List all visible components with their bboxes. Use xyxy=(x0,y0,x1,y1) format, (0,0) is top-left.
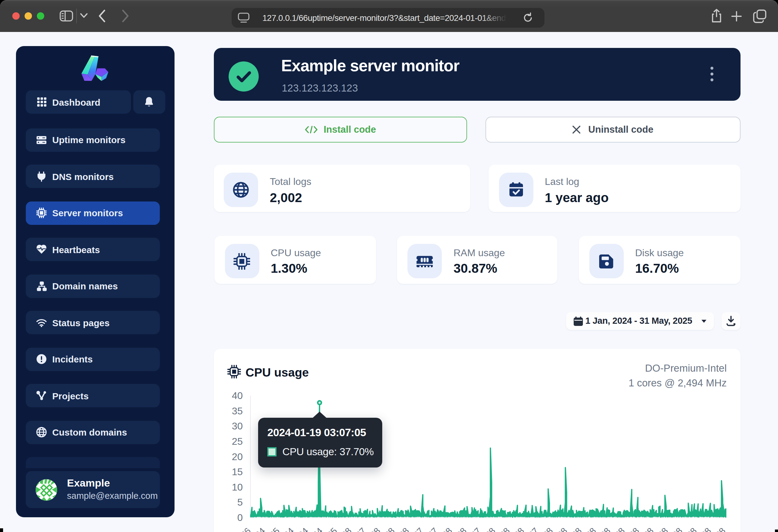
svg-text:0: 0 xyxy=(237,512,243,523)
svg-text:-08: -08 xyxy=(395,526,411,532)
svg-text:-08: -08 xyxy=(481,526,497,532)
svg-text:-05: -05 xyxy=(323,526,339,532)
svg-text:-04: -04 xyxy=(294,526,310,532)
svg-text:-08: -08 xyxy=(711,526,727,532)
svg-text:-08: -08 xyxy=(553,526,569,532)
svg-text:-08: -08 xyxy=(438,526,454,532)
svg-text:-04: -04 xyxy=(251,526,267,532)
svg-text:-05: -05 xyxy=(265,526,282,532)
svg-text:-08: -08 xyxy=(697,526,713,532)
svg-text:-07: -07 xyxy=(467,526,483,532)
svg-text:35: 35 xyxy=(232,406,243,417)
svg-text:-08: -08 xyxy=(539,526,555,532)
svg-text:25: 25 xyxy=(232,436,243,447)
svg-text:-08: -08 xyxy=(495,526,512,532)
svg-text:-04: -04 xyxy=(309,526,324,532)
svg-text:-08: -08 xyxy=(611,526,626,532)
svg-text:-07: -07 xyxy=(524,526,540,532)
svg-text:-07: -07 xyxy=(424,526,440,532)
svg-text:15: 15 xyxy=(232,466,243,477)
svg-text:-26: -26 xyxy=(237,526,252,532)
svg-text:30: 30 xyxy=(232,421,243,432)
svg-text:-08: -08 xyxy=(452,526,468,532)
svg-text:-08: -08 xyxy=(380,526,396,532)
svg-text:40: 40 xyxy=(232,390,243,401)
svg-text:-08: -08 xyxy=(654,526,670,532)
svg-text:-08: -08 xyxy=(337,526,354,532)
svg-text:-04: -04 xyxy=(280,526,296,532)
svg-text:-07: -07 xyxy=(352,526,368,532)
svg-text:-08: -08 xyxy=(510,526,526,532)
svg-text:-08: -08 xyxy=(567,526,584,532)
svg-text:5: 5 xyxy=(237,497,243,508)
svg-text:-08: -08 xyxy=(625,526,641,532)
svg-text:-08: -08 xyxy=(596,526,612,532)
svg-text:10: 10 xyxy=(232,481,243,493)
svg-text:-08: -08 xyxy=(582,526,598,532)
svg-text:20: 20 xyxy=(232,451,243,462)
svg-text:-08: -08 xyxy=(683,526,698,532)
svg-text:-08: -08 xyxy=(366,526,382,532)
svg-text:-07: -07 xyxy=(409,526,425,532)
svg-text:-08: -08 xyxy=(668,526,684,532)
svg-text:-08: -08 xyxy=(639,526,655,532)
